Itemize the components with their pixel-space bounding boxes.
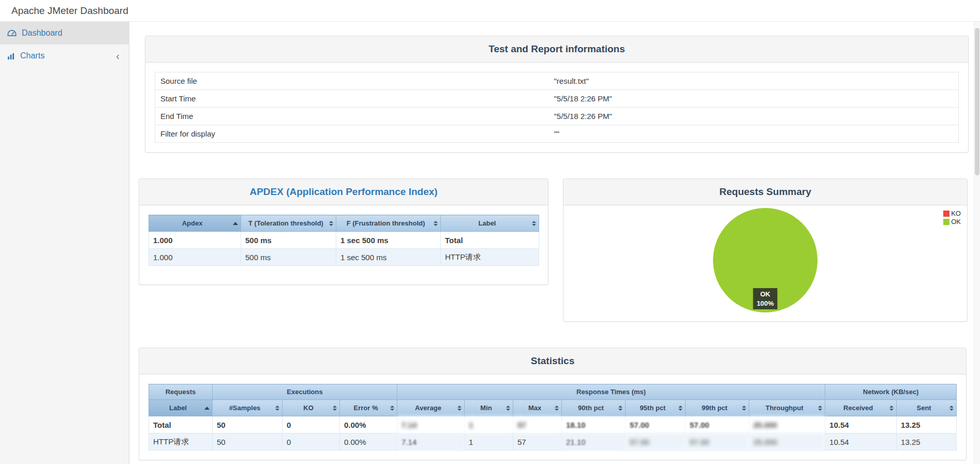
column-header-received[interactable]: Received: [825, 400, 897, 416]
cell: 1.000: [149, 249, 241, 266]
sort-asc-icon[interactable]: [204, 407, 210, 410]
table-row: Total 50 0 0.00% 7.14 1 57 18.10 57.00 5…: [149, 416, 957, 433]
header-row: Label #Samples KO: [149, 400, 957, 416]
cell: 57.00: [686, 416, 749, 433]
sort-icon[interactable]: [457, 406, 462, 411]
vertical-scrollbar[interactable]: [974, 22, 980, 464]
requests-summary-title: Requests Summary: [569, 186, 962, 198]
main-content: Test and Report informations Source file…: [129, 22, 974, 464]
column-header-toleration[interactable]: T (Toleration threshold): [241, 215, 336, 232]
pie-data-label: OK 100%: [753, 288, 777, 309]
info-value: "5/5/18 2:26 PM": [548, 108, 958, 125]
cell: 21.10: [562, 433, 626, 451]
column-header-average[interactable]: Average: [397, 400, 465, 416]
cell: 57: [513, 433, 562, 451]
table-row: HTTP请求 50 0 0.00% 7.14 1 57 21.10 57.00 …: [149, 433, 957, 451]
cell: Total: [441, 232, 539, 249]
sort-icon[interactable]: [555, 406, 559, 411]
legend-item-ko: KO: [943, 209, 961, 218]
pie-label-line2: 100%: [756, 299, 774, 308]
column-header-sent[interactable]: Sent: [897, 400, 957, 416]
info-label: Source file: [155, 72, 549, 90]
sort-asc-icon[interactable]: [233, 222, 238, 225]
cell: 25.000: [749, 433, 825, 451]
sidebar-item-label: Charts: [20, 51, 44, 61]
column-header-90th[interactable]: 90th pct: [562, 400, 626, 416]
column-header-max[interactable]: Max: [513, 400, 562, 416]
cell: 10.54: [825, 433, 897, 451]
column-header-min[interactable]: Min: [465, 400, 513, 416]
column-header-99th[interactable]: 99th pct: [686, 400, 749, 416]
panel-heading: Statistics: [139, 348, 966, 375]
cell: 18.10: [562, 416, 626, 433]
sort-icon[interactable]: [742, 406, 746, 411]
table-row: 1.000 500 ms 1 sec 500 ms Total: [149, 232, 539, 249]
cell: 13.25: [897, 416, 957, 433]
sort-icon[interactable]: [532, 221, 536, 226]
dashboard-icon: [7, 29, 17, 37]
table-row: 1.000 500 ms 1 sec 500 ms HTTP请求: [149, 249, 539, 266]
column-header-samples[interactable]: #Samples: [213, 400, 283, 416]
pie-label-line1: OK: [756, 290, 774, 299]
cell: 25.000: [749, 416, 825, 433]
test-info-table: Source file "result.txt" Start Time "5/5…: [155, 72, 959, 143]
sidebar-item-dashboard[interactable]: Dashboard: [0, 22, 129, 44]
sort-icon[interactable]: [329, 221, 333, 226]
test-info-panel: Test and Report informations Source file…: [145, 36, 969, 153]
pie-legend: KO OK: [943, 209, 961, 226]
column-header-ko[interactable]: KO: [283, 400, 340, 416]
cell: 0.00%: [340, 416, 397, 433]
column-header-apdex[interactable]: Apdex: [149, 215, 241, 232]
legend-item-ok: OK: [943, 218, 961, 226]
sort-icon[interactable]: [889, 406, 894, 411]
cell: 57.00: [626, 433, 686, 451]
apdex-title: APDEX (Application Performance Index): [144, 186, 543, 198]
sort-icon[interactable]: [949, 406, 954, 411]
sort-icon[interactable]: [506, 406, 510, 411]
cell: 500 ms: [241, 232, 336, 249]
cell: 1: [465, 416, 513, 433]
legend-label: OK: [951, 218, 961, 226]
sort-icon[interactable]: [434, 221, 438, 226]
column-header-error[interactable]: Error %: [340, 400, 397, 416]
sort-icon[interactable]: [275, 406, 279, 411]
sort-icon[interactable]: [390, 406, 394, 411]
sort-icon[interactable]: [818, 406, 822, 411]
cell: 57.00: [686, 433, 749, 451]
sort-icon[interactable]: [618, 406, 622, 411]
panel-heading: Test and Report informations: [145, 36, 968, 63]
cell: 7.14: [397, 416, 465, 433]
group-requests: Requests: [149, 384, 213, 400]
column-header-label[interactable]: Label: [149, 400, 213, 416]
cell: 0: [283, 433, 340, 451]
sort-icon[interactable]: [333, 406, 337, 411]
info-value: "5/5/18 2:26 PM": [548, 90, 958, 108]
apdex-table: Apdex T (Toleration threshold) F (Frustr…: [149, 215, 539, 266]
column-header-95th[interactable]: 95th pct: [626, 400, 686, 416]
ok-swatch: [943, 219, 949, 225]
group-header-row: Requests Executions Response Times (ms) …: [149, 384, 957, 400]
chevron-left-icon[interactable]: ‹: [116, 51, 122, 61]
middle-row: APDEX (Application Performance Index) Ap…: [139, 178, 974, 322]
group-response-times: Response Times (ms): [397, 384, 825, 400]
table-row: Source file "result.txt": [155, 72, 959, 90]
table-row: Start Time "5/5/18 2:26 PM": [155, 90, 959, 108]
header-row: Apdex T (Toleration threshold) F (Frustr…: [149, 215, 539, 232]
bar-chart-icon: [7, 53, 15, 59]
info-label: End Time: [155, 108, 549, 125]
column-header-label[interactable]: Label: [441, 215, 539, 232]
cell: 50: [213, 416, 283, 433]
cell: 1.000: [149, 232, 241, 249]
column-header-throughput[interactable]: Throughput: [749, 400, 825, 416]
scrollbar-thumb[interactable]: [975, 28, 979, 175]
statistics-table: Requests Executions Response Times (ms) …: [149, 384, 957, 451]
cell: 7.14: [397, 433, 465, 451]
sidebar-item-charts[interactable]: Charts ‹: [0, 44, 129, 67]
panel-body: Source file "result.txt" Start Time "5/5…: [145, 63, 968, 152]
table-row: End Time "5/5/18 2:26 PM": [155, 108, 959, 125]
panel-heading: APDEX (Application Performance Index): [139, 179, 548, 205]
column-header-frustration[interactable]: F (Frustration threshold): [336, 215, 441, 232]
group-network: Network (KB/sec): [825, 384, 957, 400]
statistics-panel: Statistics Requests Executions Response …: [139, 348, 967, 460]
sort-icon[interactable]: [678, 406, 682, 411]
